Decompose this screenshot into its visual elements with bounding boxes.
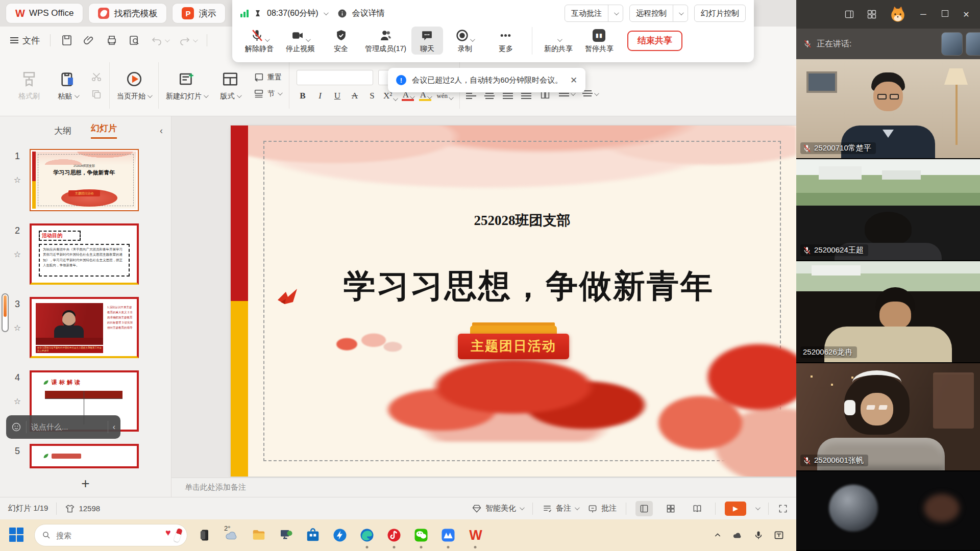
layout-button[interactable]: 版式 xyxy=(214,70,246,101)
more-button[interactable]: 更多 xyxy=(487,27,525,55)
smiley-icon[interactable] xyxy=(11,422,21,432)
close-button[interactable]: ✕ xyxy=(962,10,971,19)
bold-button[interactable]: B xyxy=(297,91,309,101)
play-from-current-button[interactable]: 当页开始 xyxy=(117,70,151,101)
fullscreen-icon[interactable] xyxy=(778,504,788,514)
participant-video-tile[interactable]: 25200601张帆 xyxy=(796,363,980,471)
edge-browser-icon[interactable] xyxy=(357,525,377,545)
copy-icon[interactable] xyxy=(91,89,102,100)
slide-thumbnail-selected[interactable]: 252028班团支部 学习习思想，争做新青年 主题团日活动 xyxy=(30,149,139,211)
tab-docer-templates[interactable]: 找稻壳模板 xyxy=(89,4,166,23)
annotate-button[interactable]: 互动批注 xyxy=(565,5,623,22)
speaker-mini-thumbnails[interactable] xyxy=(941,32,980,56)
tab-slides[interactable]: 幻灯片 xyxy=(91,122,117,139)
comments-button[interactable]: 批注 xyxy=(587,504,617,514)
italic-button[interactable]: I xyxy=(314,91,326,101)
collapse-bubble-icon[interactable]: ‹ xyxy=(113,422,115,432)
collapse-panel-icon[interactable]: ‹ xyxy=(160,126,163,136)
panel-toggle-icon[interactable] xyxy=(844,9,854,19)
slide-thumbnail[interactable]: 活动目的 为响应共青团中央《关于面向广大团员和青年开展学习贯彻习近平新时代中国特… xyxy=(30,223,139,285)
section-button[interactable]: 节 xyxy=(253,88,282,99)
text-shadow-button[interactable]: S xyxy=(366,91,378,101)
new-share-button[interactable]: 新的共享 xyxy=(540,27,577,55)
hidden-icons-chevron[interactable] xyxy=(714,531,722,539)
reset-button[interactable]: 重置 xyxy=(253,72,282,83)
start-button[interactable] xyxy=(7,525,27,545)
format-painter-button[interactable]: 格式刷 xyxy=(13,70,45,101)
end-share-button[interactable]: 结束共享 xyxy=(627,31,682,51)
netease-music-icon[interactable] xyxy=(384,525,404,545)
smart-beautify-button[interactable]: 智能美化 xyxy=(472,504,523,514)
slide-sorter-view-button[interactable] xyxy=(662,501,679,516)
slide-thumbnail[interactable]: 在学习贯彻习近平新时代中国特色社会主义思想主题教育工作会议上的讲话 1.深刻认识… xyxy=(30,297,139,358)
meeting-details-link[interactable]: 会议详情 xyxy=(352,8,385,19)
save-icon[interactable] xyxy=(61,34,73,46)
chevron-down-icon[interactable] xyxy=(323,10,328,15)
print-icon[interactable] xyxy=(106,34,118,46)
paste-button[interactable]: 粘贴 xyxy=(52,70,84,101)
blue-m-app-icon[interactable] xyxy=(438,525,458,545)
microsoft-store-icon[interactable] xyxy=(303,525,323,545)
device-manager-icon[interactable] xyxy=(276,525,296,545)
add-slide-button[interactable]: + xyxy=(81,477,89,491)
record-button[interactable]: 录制 xyxy=(446,27,484,55)
chat-input-placeholder[interactable]: 说点什么... xyxy=(31,422,103,432)
stop-video-button[interactable]: 停止视频 xyxy=(281,27,319,55)
remote-control-button[interactable]: 远程控制 xyxy=(629,5,688,22)
reading-view-button[interactable] xyxy=(689,501,706,516)
redo-button[interactable] xyxy=(179,34,197,46)
participant-video-tile[interactable]: 25200710常楚平 xyxy=(796,59,980,159)
new-slide-button[interactable]: 新建幻灯片 xyxy=(166,70,207,101)
paragraph-settings-button[interactable] xyxy=(582,90,598,98)
notes-bar[interactable]: 单击此处添加备注 xyxy=(172,478,796,497)
slide-canvas[interactable]: 252028班团支部 学习习思想，争做新青年 主题团日活动 xyxy=(231,126,796,477)
normal-view-button[interactable] xyxy=(635,501,653,516)
slideshow-button[interactable]: ▶ xyxy=(725,502,746,516)
file-menu[interactable]: 文件 xyxy=(10,35,40,46)
meeting-timer[interactable]: 08:37(60分钟) xyxy=(267,8,318,19)
maximize-button[interactable] xyxy=(940,10,949,19)
star-icon[interactable]: ☆ xyxy=(14,323,21,333)
minimize-button[interactable]: ─ xyxy=(919,10,928,19)
input-method-icon[interactable] xyxy=(774,530,784,540)
clip-icon[interactable] xyxy=(83,34,95,46)
undo-button[interactable] xyxy=(151,34,168,46)
slide-canvas-area[interactable]: 252028班团支部 学习习思想，争做新青年 主题团日活动 xyxy=(172,116,796,478)
wps-app-icon[interactable]: W xyxy=(465,525,485,545)
lightning-app-icon[interactable] xyxy=(330,525,350,545)
phone-link-icon[interactable] xyxy=(195,525,214,545)
chevron-down-icon[interactable] xyxy=(755,505,761,510)
security-button[interactable]: 安全 xyxy=(322,27,360,55)
participant-video-tile[interactable]: 25200624王超 xyxy=(796,159,980,261)
strikethrough-button[interactable]: A xyxy=(349,91,361,101)
star-icon[interactable]: ☆ xyxy=(14,249,21,259)
tray-mic-icon[interactable] xyxy=(753,530,764,540)
docer-skin-button[interactable]: 12598 xyxy=(65,504,100,514)
tab-presentation[interactable]: P 演示 xyxy=(173,4,225,23)
manage-members-button[interactable]: 管理成员(17) xyxy=(363,27,408,55)
unmute-button[interactable]: 解除静音 xyxy=(240,27,278,55)
thumbnail-scrollbar[interactable] xyxy=(2,293,9,332)
layout-grid-icon[interactable] xyxy=(867,9,877,19)
weather-icon[interactable]: 2° xyxy=(222,525,241,545)
underline-button[interactable]: U xyxy=(331,91,344,101)
chat-quick-bubble[interactable]: 说点什么... ‹ xyxy=(6,415,120,439)
tab-wps-home[interactable]: W WPS Office xyxy=(6,4,83,23)
chat-button[interactable]: 聊天 xyxy=(411,27,443,55)
participant-video-tile[interactable]: 25200626龙冉 xyxy=(796,261,980,363)
tab-outline[interactable]: 大纲 xyxy=(54,125,71,137)
file-explorer-icon[interactable] xyxy=(249,525,268,545)
cut-icon[interactable] xyxy=(91,71,102,83)
font-family-select[interactable] xyxy=(297,70,373,85)
notes-button[interactable]: 备注 xyxy=(542,504,578,514)
star-icon[interactable]: ☆ xyxy=(14,175,21,185)
star-icon[interactable]: ☆ xyxy=(14,396,21,406)
slide-thumbnail[interactable] xyxy=(30,444,139,468)
search-input[interactable] xyxy=(56,531,160,540)
wechat-icon[interactable] xyxy=(411,525,431,545)
slide-control-button[interactable]: 幻灯片控制 xyxy=(694,5,746,22)
pinyin-button[interactable]: wén xyxy=(436,92,452,100)
pause-share-button[interactable]: ▮▮ 暂停共享 xyxy=(580,27,618,55)
taskbar-search[interactable]: ♥ xyxy=(34,524,187,546)
participant-video-tile[interactable] xyxy=(796,471,980,551)
